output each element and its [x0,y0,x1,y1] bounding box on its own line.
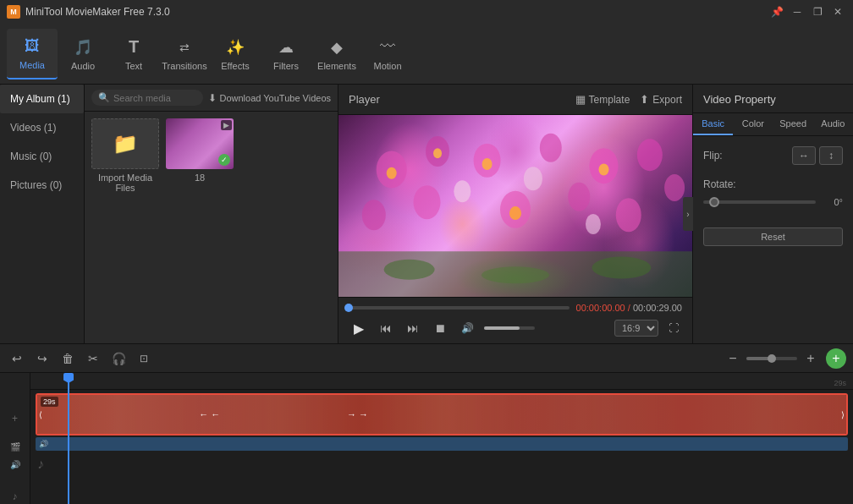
svg-point-20 [592,257,651,279]
svg-point-5 [482,158,493,170]
close-button[interactable]: ✕ [829,3,846,20]
toolbar-item-media[interactable]: 🖼 Media [7,29,58,79]
clip-check: ✓ [218,154,230,166]
motion-label: Motion [373,61,401,71]
media-toolbar: 🔍 ⬇ Download YouTube Videos [85,85,338,112]
motion-icon: 〰 [377,37,398,58]
toolbar-item-filters[interactable]: ☁ Filters [261,29,311,79]
volume-button[interactable]: 🔊 [457,318,477,338]
rotate-dot [709,197,719,207]
toolbar-item-elements[interactable]: ◆ Elements [311,29,362,79]
pin-button[interactable]: 📌 [768,3,785,20]
play-button[interactable]: ▶ [349,318,369,338]
timeline-tracks: 29s ← ← → → ⟨ ⟩ [30,390,853,504]
toolbar-item-effects[interactable]: ✨ Effects [210,29,261,79]
zoom-in-button[interactable]: + [801,348,821,369]
collapse-panel-handle[interactable]: › [683,197,693,231]
audio-icon: 🎵 [73,37,93,58]
cut-button[interactable]: ✂ [83,348,103,369]
clip-thumb[interactable]: ▶ ✓ [166,118,234,169]
main-content: My Album (1) Videos (1) Music (0) Pictur… [0,85,853,343]
ruler-mark-29s: 29s [834,379,846,387]
audio-split-button[interactable]: 🎧 [108,348,129,369]
total-time: 00:00:29.00 [633,303,682,313]
svg-point-8 [599,164,609,176]
svg-point-21 [454,180,471,202]
flip-vertical-button[interactable]: ↕ [819,146,843,165]
svg-point-22 [524,167,542,190]
prev-frame-button[interactable]: ⏮ [376,318,396,338]
export-button[interactable]: ⬆ Export [640,93,682,106]
clip-resize-left[interactable]: ⟨ [37,395,44,434]
flip-horizontal-button[interactable]: ↔ [792,146,816,165]
music-track: ♪ [30,452,853,476]
audio-label: Audio [71,61,95,71]
progress-track[interactable] [349,306,570,310]
video-track-icon: 🎬 [7,440,24,454]
clip-arrow-left: ← ← → → [199,409,368,419]
download-youtube-button[interactable]: ⬇ Download YouTube Videos [208,92,332,104]
tab-basic[interactable]: Basic [693,113,733,135]
video-track[interactable]: 29s ← ← → → ⟨ ⟩ [30,393,853,436]
reset-button[interactable]: Reset [703,227,843,246]
tab-color[interactable]: Color [733,113,773,135]
elements-icon: ◆ [327,37,347,58]
sidebar-item-videos[interactable]: Videos (1) [0,113,84,142]
toolbar-item-text[interactable]: T Text [108,29,159,79]
template-button[interactable]: ▦ Template [575,93,630,106]
import-media-item[interactable]: 📁 Import Media Files [91,118,159,193]
player-video [338,115,692,297]
rotate-slider[interactable] [703,200,816,204]
rotate-label: Rotate: [703,178,736,190]
title-bar-left: M MiniTool MovieMaker Free 7.3.0 [7,5,170,19]
timeline: ↩ ↪ 🗑 ✂ 🎧 ⊡ − + + + 🎬 🔊 ♪ [0,343,853,504]
toolbar-item-audio[interactable]: 🎵 Audio [58,29,108,79]
clip-resize-right[interactable]: ⟩ [839,395,846,434]
template-label: Template [589,94,630,106]
tab-audio[interactable]: Audio [813,113,853,135]
next-frame-button[interactable]: ⏭ [403,318,423,338]
zoom-out-button[interactable]: − [723,348,743,369]
music-track-icon: ♪ [7,490,24,504]
sidebar-item-myalbum[interactable]: My Album (1) [0,85,84,113]
timeline-toolbar: ↩ ↪ 🗑 ✂ 🎧 ⊡ − + + [0,344,853,373]
media-clip-item[interactable]: ▶ ✓ 18 [166,118,234,193]
aspect-ratio-select[interactable]: 16:9 9:16 1:1 4:3 [614,320,658,337]
sidebar-item-pictures[interactable]: Pictures (0) [0,171,84,200]
crop-button[interactable]: ⊡ [134,348,154,369]
right-panel: Video Property Basic Color Speed Audio F… [692,85,853,343]
search-bar[interactable]: 🔍 [91,90,203,106]
zoom-slider[interactable] [746,357,797,360]
svg-point-13 [509,206,521,220]
toolbar-item-transitions[interactable]: ⇄ Transitions [159,29,210,79]
tab-speed[interactable]: Speed [773,113,813,135]
redo-button[interactable]: ↪ [32,348,52,369]
transitions-label: Transitions [162,61,206,71]
player-area: Player ▦ Template ⬆ Export [338,85,692,343]
effects-label: Effects [221,61,249,71]
import-thumb[interactable]: 📁 [91,118,159,169]
time-display: 00:00:00.00 / 00:00:29.00 [576,303,682,313]
add-clip-icon[interactable]: + [7,411,24,425]
clip-badge: ▶ [221,120,232,130]
clip-label: 18 [195,173,205,183]
restore-button[interactable]: ❐ [809,3,826,20]
flip-row: Flip: ↔ ↕ [703,146,843,165]
add-track-button[interactable]: + [826,348,846,369]
video-clip[interactable]: 29s ← ← → → ⟨ ⟩ [36,393,848,436]
fullscreen-button[interactable]: ⛶ [665,320,682,337]
stop-button[interactable]: ⏹ [430,318,450,338]
toolbar-item-motion[interactable]: 〰 Motion [362,29,413,79]
left-panel: My Album (1) Videos (1) Music (0) Pictur… [0,85,85,343]
template-icon: ▦ [575,93,586,106]
video-clip-bg: 29s ← ← → → [37,395,846,434]
export-label: Export [652,94,682,106]
search-input[interactable] [113,93,181,103]
filters-icon: ☁ [276,37,296,58]
controls-row: ▶ ⏮ ⏭ ⏹ 🔊 16:9 9:16 1:1 4:3 ⛶ [349,318,682,338]
sidebar-item-music[interactable]: Music (0) [0,142,84,171]
minimize-button[interactable]: ─ [789,3,806,20]
undo-button[interactable]: ↩ [7,348,27,369]
volume-slider[interactable] [484,326,535,330]
delete-button[interactable]: 🗑 [58,348,78,369]
